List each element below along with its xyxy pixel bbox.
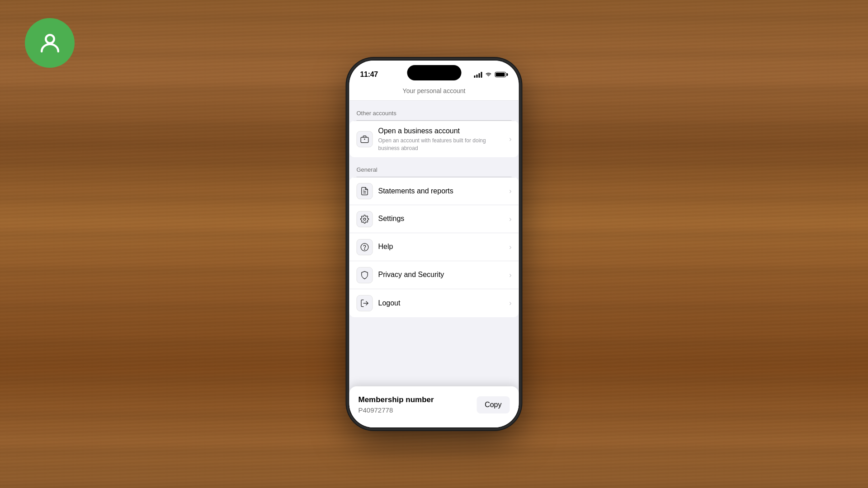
header-title: Your personal account (403, 87, 466, 94)
section-general: General (349, 157, 519, 317)
signal-icon (474, 71, 482, 78)
logout-content: Logout (378, 299, 506, 308)
briefcase-icon (360, 135, 369, 144)
section-header-other: Other accounts (349, 101, 519, 120)
help-icon-container (357, 239, 373, 255)
privacy-title: Privacy and Security (378, 270, 506, 280)
section-other-accounts: Other accounts Open a business accoun (349, 101, 519, 157)
svg-point-0 (46, 35, 54, 43)
status-icons (474, 71, 508, 78)
copy-button[interactable]: Copy (476, 396, 509, 413)
chevron-icon: › (509, 135, 511, 143)
settings-title: Settings (378, 214, 506, 224)
business-account-title: Open a business account (378, 127, 506, 136)
privacy-content: Privacy and Security (378, 270, 506, 280)
document-icon (360, 187, 369, 196)
wifi-icon (485, 72, 492, 77)
page-header: Your personal account (349, 83, 519, 101)
chevron-icon-logout: › (509, 299, 511, 307)
gear-icon-container (357, 211, 373, 227)
document-icon-container (357, 183, 373, 199)
membership-sheet: Membership number P40972778 Copy (349, 386, 519, 427)
status-time: 11:47 (360, 70, 378, 79)
other-accounts-group: Open a business account Open an account … (349, 121, 519, 157)
help-title: Help (378, 242, 506, 252)
help-icon (360, 243, 369, 252)
list-container[interactable]: Other accounts Open a business accoun (349, 101, 519, 427)
logout-item[interactable]: Logout › (349, 289, 519, 317)
phone-frame: 11:47 (349, 61, 519, 427)
help-content: Help (378, 242, 506, 252)
statements-reports-item[interactable]: Statements and reports › (349, 177, 519, 205)
membership-label: Membership number (359, 395, 434, 404)
shield-icon (360, 271, 369, 280)
chevron-icon-statements: › (509, 187, 511, 195)
logout-title: Logout (378, 299, 506, 308)
status-bar: 11:47 (349, 61, 519, 83)
chevron-icon-help: › (509, 243, 511, 251)
general-group: Statements and reports › (349, 177, 519, 317)
logout-icon-container (357, 295, 373, 311)
svg-point-8 (361, 244, 368, 251)
membership-number: P40972778 (359, 406, 434, 414)
avatar (25, 18, 75, 68)
dynamic-island (407, 65, 461, 80)
business-account-content: Open a business account Open an account … (378, 127, 506, 152)
gear-icon (360, 215, 369, 224)
person-icon (38, 31, 62, 56)
help-item[interactable]: Help › (349, 233, 519, 261)
battery-icon (495, 72, 508, 77)
logout-icon (360, 299, 369, 308)
business-account-subtitle: Open an account with features built for … (378, 137, 506, 152)
open-business-account-item[interactable]: Open a business account Open an account … (349, 121, 519, 157)
briefcase-icon-container (357, 131, 373, 147)
settings-content: Settings (378, 214, 506, 224)
svg-rect-2 (361, 137, 368, 143)
membership-info: Membership number P40972778 (359, 395, 434, 414)
svg-point-7 (363, 218, 366, 220)
settings-item[interactable]: Settings › (349, 205, 519, 233)
shield-icon-container (357, 267, 373, 283)
section-header-general: General (349, 157, 519, 177)
statements-content: Statements and reports (378, 187, 506, 196)
chevron-icon-privacy: › (509, 271, 511, 279)
chevron-icon-settings: › (509, 215, 511, 223)
svg-point-1 (488, 76, 489, 77)
privacy-security-item[interactable]: Privacy and Security › (349, 261, 519, 289)
screen-content: Your personal account Other accounts (349, 83, 519, 427)
statements-title: Statements and reports (378, 187, 506, 196)
